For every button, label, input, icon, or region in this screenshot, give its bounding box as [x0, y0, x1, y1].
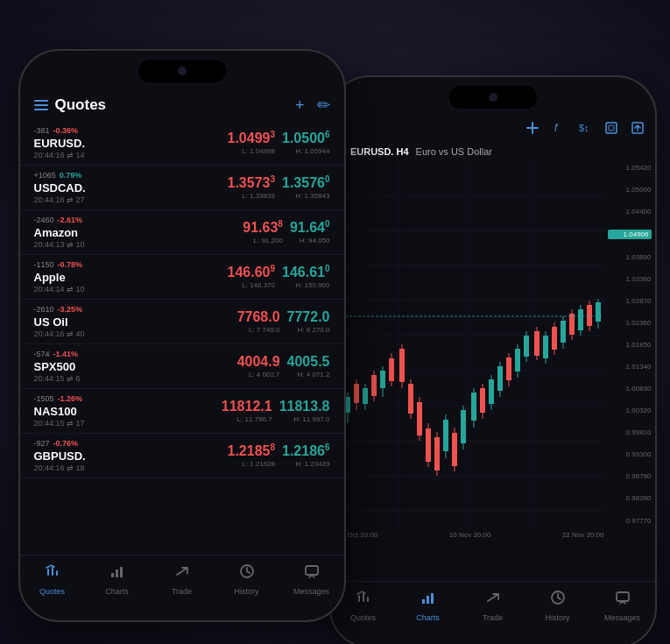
svg-rect-68 [534, 331, 540, 356]
svg-rect-60 [497, 366, 503, 391]
quote-change-line-6: -1505 -1.26% [34, 394, 222, 403]
svg-rect-86 [431, 593, 434, 604]
price-ask-block-3: 146.610 H: 150.900 [282, 264, 330, 288]
quote-change-6: -1.26% [58, 394, 83, 403]
quote-name-3: Apple [34, 271, 228, 284]
chart-symbol-bar: ≡ EURUSD. H4 Euro vs US Dollar [331, 143, 655, 160]
svg-rect-44 [426, 428, 431, 462]
quote-row[interactable]: -381 -0.36% EURUSD. 20:44:16 ⇌ 14 1.0499… [20, 121, 344, 166]
nav-icon-trade [173, 563, 191, 584]
price-level-5: 1.03890 [608, 253, 652, 261]
price-bid-block-6: 11812.1 L: 11 796.7 [222, 398, 272, 422]
price-low-5: L: 4 002.7 [237, 371, 280, 379]
svg-rect-34 [380, 371, 385, 388]
price-high-6: H: 11 997.0 [279, 415, 330, 423]
price-level-12: 1.00320 [608, 407, 652, 414]
svg-rect-42 [417, 402, 422, 435]
right-nav-label-quotes: Quotes [350, 613, 376, 622]
quote-prices-7: 1.21858 L: 1.21628 1.21866 H: 1.23439 [228, 442, 330, 467]
svg-rect-62 [506, 357, 511, 380]
svg-rect-85 [427, 596, 429, 604]
quotes-title: Quotes [55, 96, 107, 114]
price-ask-block-5: 4005.5 H: 4 071.2 [287, 353, 330, 378]
svg-rect-26 [345, 397, 350, 413]
phone-right: f$↕ ≡ EURUSD. H4 Euro vs US Dollar [331, 77, 655, 645]
price-level-10: 1.01340 [608, 363, 652, 371]
svg-rect-76 [569, 314, 575, 335]
chart-tool-func[interactable]: f [552, 121, 566, 138]
price-bid-2: 91.638 [243, 219, 283, 236]
price-low-2: L: 91.200 [243, 237, 283, 244]
quote-row[interactable]: -927 -0.76% GBPUSD. 20:44:16 ⇌ 18 1.2185… [20, 434, 344, 478]
right-nav-icon-quotes [355, 589, 372, 611]
price-ask-6: 11813.8 [279, 398, 330, 414]
quote-name-0: EURUSD. [34, 137, 228, 150]
price-level-13: 0.99810 [608, 428, 652, 436]
hamburger-icon[interactable] [34, 100, 48, 110]
quote-row[interactable]: -2460 -2.61% Amazon 20:44:13 ⇌ 10 91.638… [20, 210, 344, 255]
chart-time-axis: 31 Oct 20:00 10 Nov 20:00 22 Nov 20:00 [331, 528, 655, 541]
quote-ticks-3: -1150 [34, 260, 54, 269]
svg-text:f: f [554, 122, 559, 134]
quote-row[interactable]: +1065 0.79% USDCAD. 20:44:16 ⇌ 27 1.3573… [20, 166, 344, 210]
svg-rect-58 [489, 379, 494, 404]
right-nav-label-messages: Messages [604, 613, 640, 622]
left-nav-messages[interactable]: Messages [279, 563, 344, 596]
chart-tool-export[interactable] [631, 121, 645, 138]
chart-tool-money[interactable]: $↕ [578, 121, 592, 138]
quote-change-line-1: +1065 0.79% [34, 171, 228, 180]
price-low-7: L: 1.21628 [228, 460, 276, 468]
price-bid-7: 1.21858 [228, 442, 276, 459]
svg-rect-82 [596, 302, 601, 322]
current-price-badge: 1.04906 [608, 230, 652, 239]
svg-rect-64 [515, 349, 520, 372]
price-high-3: H: 150.900 [282, 281, 330, 289]
quote-ticks-4: -2610 [34, 305, 54, 314]
price-bid-block-2: 91.638 L: 91.200 [243, 219, 283, 244]
quote-row[interactable]: -1150 -0.78% Apple 20:44:14 ⇌ 10 146.609… [20, 255, 344, 300]
add-button[interactable]: + [295, 97, 305, 113]
quote-prices-1: 1.35733 L: 1.33839 1.35760 H: 1.35843 [228, 174, 330, 199]
right-nav-history[interactable]: History [525, 589, 590, 622]
quote-ticks-6: -1505 [34, 394, 54, 403]
quote-row[interactable]: -1505 -1.26% NAS100 20:44:15 ⇌ 17 11812.… [20, 389, 344, 434]
chart-tool-square[interactable] [604, 121, 618, 138]
svg-rect-72 [552, 327, 557, 350]
phones-container: Quotes + ✏ -381 -0.36% EURUSD. 20:44:16 … [20, 16, 651, 629]
right-nav-messages[interactable]: Messages [590, 589, 655, 622]
quote-time-vol-2: 20:44:13 ⇌ 10 [34, 240, 243, 249]
edit-button[interactable]: ✏ [317, 97, 330, 113]
quote-left-5: -574 -1.41% SPX500 20:44:15 ⇌ 6 [34, 350, 237, 383]
price-bid-block-0: 1.04993 L: 1.04898 [228, 130, 276, 154]
nav-label-history: History [234, 587, 258, 596]
quote-row[interactable]: -574 -1.41% SPX500 20:44:15 ⇌ 6 4004.9 L… [20, 344, 344, 389]
right-nav-trade[interactable]: Trade [461, 589, 525, 622]
left-nav-charts[interactable]: Charts [85, 563, 150, 596]
price-high-4: H: 8 270.0 [287, 326, 330, 334]
right-nav-charts[interactable]: Charts [396, 589, 461, 622]
price-low-0: L: 1.04898 [228, 147, 276, 155]
price-level-11: 1.00830 [608, 385, 652, 393]
header-actions: + ✏ [295, 97, 330, 113]
svg-rect-74 [561, 321, 566, 343]
left-nav-quotes[interactable]: Quotes [20, 563, 85, 596]
quote-row[interactable]: -2610 -3.25% US Oil 20:44:16 ⇌ 40 7768.0… [20, 300, 344, 344]
svg-rect-32 [371, 375, 377, 396]
chart-canvas [331, 160, 604, 528]
quote-name-6: NAS100 [34, 405, 222, 418]
price-high-2: H: 94.050 [290, 237, 330, 244]
left-nav-history[interactable]: History [215, 563, 279, 596]
quote-ticks-5: -574 [34, 350, 50, 358]
price-level-7: 1.02870 [608, 297, 652, 305]
right-nav-icon-history [549, 589, 567, 611]
chart-tool-plus[interactable] [525, 121, 540, 138]
price-low-6: L: 11 796.7 [222, 415, 272, 423]
price-high-1: H: 1.35843 [282, 192, 330, 200]
price-bid-5: 4004.9 [237, 353, 280, 370]
quote-change-line-3: -1150 -0.78% [34, 260, 228, 269]
price-bid-block-1: 1.35733 L: 1.33839 [228, 174, 276, 199]
candlestick-chart [331, 160, 604, 528]
left-nav-trade[interactable]: Trade [150, 563, 215, 596]
quote-ticks-7: -927 [34, 439, 50, 448]
nav-icon-charts [109, 563, 126, 584]
